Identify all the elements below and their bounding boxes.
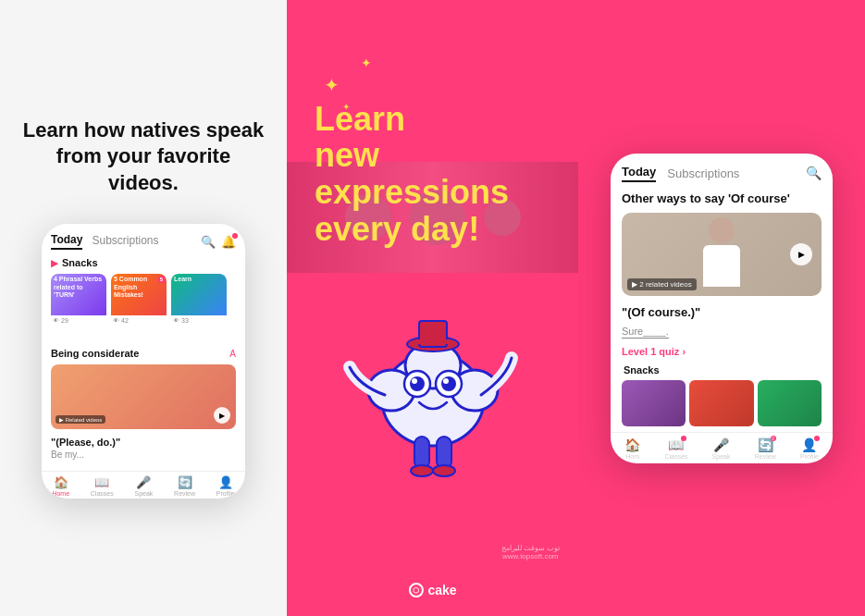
nav-review-right[interactable]: 🔄0 Review [755, 437, 776, 460]
snack-card-views-2: 👁42 [111, 315, 167, 324]
snack-thumb-2[interactable] [689, 380, 753, 426]
search-icon-right[interactable]: 🔍 [806, 166, 822, 180]
snack-card-3[interactable]: Learn 👁33 [171, 274, 227, 339]
tab-icons-left: 🔍 🔔 [201, 235, 236, 249]
review-icon-right: 🔄0 [758, 437, 773, 452]
consider-title: Being considerate [51, 348, 139, 359]
right-phone-mockup: Today Subscriptions 🔍 Other ways to say … [611, 154, 833, 463]
cake-logo-text: cake [427, 583, 456, 598]
consider-all[interactable]: A [229, 349, 236, 359]
play-tri-left: ▶ [51, 258, 58, 268]
nav-home-left[interactable]: 🏠 Home [52, 475, 69, 497]
person-body [703, 245, 740, 287]
nav-profile-left[interactable]: 👤 Profile [216, 475, 235, 497]
right-phone-tabs: Today Subscriptions 🔍 [622, 165, 822, 182]
svg-point-16 [433, 465, 455, 476]
tagline-line3: every day! [315, 211, 550, 248]
cake-logo: ⬡ cake [408, 583, 456, 598]
nav-review-left[interactable]: 🔄 Review [174, 475, 195, 497]
quote-text-left: "(Please, do.)" [51, 437, 236, 448]
svg-point-11 [441, 376, 456, 391]
speak-icon-left: 🎤 [136, 475, 151, 489]
other-ways-title: Other ways to say 'Of course' [622, 191, 822, 205]
quiz-link[interactable]: Level 1 quiz › [622, 346, 822, 357]
middle-tagline-container: Learn new expressions every day! [287, 101, 578, 247]
snack-card-views-3: 👁33 [171, 315, 227, 324]
sparkle-2: ✦ [361, 55, 372, 70]
classes-label-left: Classes [91, 490, 114, 497]
snack-card-label-3: Learn [174, 276, 225, 283]
tab-subscriptions-right[interactable]: Subscriptions [667, 166, 739, 180]
nav-home-right[interactable]: 🏠 Hom [624, 437, 640, 460]
snack-card-label-1: 4 Phrasal Verbs related to 'TURN' [54, 276, 105, 299]
lesson-card-left[interactable]: ▶ Related videos ▶ [51, 364, 236, 429]
bell-dot-left [232, 233, 238, 239]
review-label-left: Review [174, 490, 195, 497]
video-card-right[interactable]: ▶ 2 related videos ▶ [622, 213, 822, 296]
home-icon-right: 🏠 [624, 437, 640, 452]
profile-icon-right: 👤 [801, 437, 817, 452]
left-phone-mockup: Today Subscriptions 🔍 🔔 ▶ Snacks 4 Phr [42, 224, 245, 499]
snack-card-views-1: 👁29 [51, 315, 106, 324]
snacks-label-left: ▶ Snacks [51, 257, 236, 268]
watermark-text: توب سوفت للبرامج www.topsoft.com [501, 544, 560, 561]
snacks-section-right: Snacks [622, 364, 822, 426]
home-icon-left: 🏠 [54, 475, 68, 489]
bell-icon-left[interactable]: 🔔 [221, 235, 236, 249]
snacks-text-left: Snacks [62, 257, 98, 268]
mascot-svg [340, 256, 525, 497]
svg-rect-6 [414, 339, 451, 344]
snack-thumb-1[interactable] [622, 380, 686, 426]
home-label-left: Home [52, 490, 69, 497]
sparkle-1: ✦ [324, 74, 340, 96]
nav-profile-right[interactable]: 👤 Profile [800, 437, 819, 460]
nav-speak-left[interactable]: 🎤 Speak [134, 475, 153, 497]
nav-classes-left[interactable]: 📖 Classes [91, 475, 114, 497]
svg-rect-14 [437, 437, 451, 469]
play-button-right[interactable]: ▶ [790, 243, 812, 265]
related-badge-left: ▶ Related videos [56, 415, 105, 424]
snack-card-2[interactable]: 5 Common English Mistakes! 5 👁42 [111, 274, 167, 339]
speak-icon-right: 🎤 [713, 437, 729, 452]
person-silhouette [698, 217, 745, 291]
profile-icon-left: 👤 [218, 475, 233, 489]
snack-cards-left: 4 Phrasal Verbs related to 'TURN' 👁29 5 … [51, 274, 236, 339]
svg-point-9 [412, 378, 417, 384]
classes-label-right: Classes [664, 453, 687, 460]
snack-card-badge-2: 5 [158, 276, 165, 283]
search-icon-left[interactable]: 🔍 [201, 235, 216, 249]
tab-today-right[interactable]: Today [622, 165, 656, 182]
left-phone-tabs: Today Subscriptions 🔍 🔔 [51, 233, 236, 250]
svg-point-12 [443, 378, 449, 384]
svg-rect-13 [414, 437, 429, 469]
review-dot: 0 [771, 436, 776, 441]
person-head [709, 217, 735, 243]
tagline-line1: Learn [315, 101, 550, 138]
left-panel: Learn how natives speak from your favori… [0, 0, 287, 616]
snack-card-1[interactable]: 4 Phrasal Verbs related to 'TURN' 👁29 [51, 274, 106, 339]
nav-classes-right[interactable]: 📖 Classes [664, 437, 687, 460]
snacks-label-right: Snacks [622, 364, 822, 376]
tab-subscriptions-left[interactable]: Subscriptions [92, 234, 158, 249]
tab-today-left[interactable]: Today [51, 233, 82, 250]
nav-speak-right[interactable]: 🎤 Speak [712, 437, 731, 460]
quiz-link-text[interactable]: Level 1 quiz › [622, 346, 686, 357]
snack-card-label-2: 5 Common English Mistakes! [114, 276, 165, 299]
classes-dot [681, 436, 686, 441]
consider-section-row: Being considerate A [51, 348, 236, 359]
middle-panel: ✦ ✦ ✦ Learn new expressions every day! [287, 0, 578, 616]
speak-label-left: Speak [134, 490, 153, 497]
profile-label-left: Profile [216, 490, 235, 497]
right-panel: Today Subscriptions 🔍 Other ways to say … [578, 0, 865, 616]
middle-tagline: Learn new expressions every day! [315, 101, 550, 247]
profile-dot [814, 436, 820, 441]
blank-right[interactable]: Sure____. [622, 326, 669, 339]
home-label-right: Hom [625, 453, 639, 460]
svg-point-15 [411, 465, 433, 476]
snack-thumb-3[interactable] [758, 380, 822, 426]
bottom-nav-right: 🏠 Hom 📖 Classes 🎤 Speak 🔄0 Review 👤 Prof… [611, 432, 833, 463]
svg-point-8 [410, 376, 425, 391]
related-count-badge: ▶ 2 related videos [627, 278, 697, 290]
classes-icon-left: 📖 [94, 475, 109, 489]
tagline-line2: new expressions [315, 137, 550, 210]
